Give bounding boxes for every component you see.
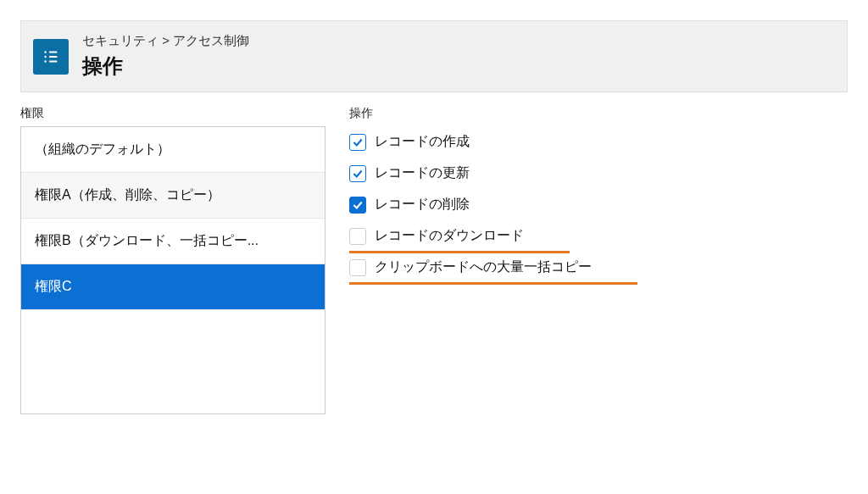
operation-label: クリップボードへの大量一括コピー (375, 258, 592, 276)
svg-point-0 (44, 51, 46, 53)
permission-item-c[interactable]: 権限C (21, 264, 325, 310)
permission-item-b[interactable]: 権限B（ダウンロード、一括コピー... (21, 219, 325, 264)
checkbox-delete[interactable] (349, 197, 366, 214)
permissions-column: 権限 （組織のデフォルト） 権限A（作成、削除、コピー） 権限B（ダウンロード、… (20, 106, 326, 414)
checkbox-create[interactable] (349, 134, 366, 151)
checkbox-bulkcopy[interactable] (349, 259, 366, 276)
operation-row-create: レコードの作成 (349, 126, 848, 158)
operation-row-update: レコードの更新 (349, 158, 848, 189)
operation-label: レコードの削除 (375, 196, 470, 214)
svg-point-2 (44, 60, 46, 62)
operation-row-download: レコードのダウンロード (349, 220, 848, 252)
checkbox-download[interactable] (349, 228, 366, 245)
checkbox-update[interactable] (349, 165, 366, 182)
permission-item-default[interactable]: （組織のデフォルト） (21, 127, 325, 173)
operation-label: レコードのダウンロード (375, 227, 524, 245)
svg-point-1 (44, 55, 46, 57)
operation-row-bulkcopy: クリップボードへの大量一括コピー (349, 252, 848, 283)
list-icon (33, 39, 69, 75)
operations-column: 操作 レコードの作成 レコードの更新 レコードの削除 レコードのダウンロード (349, 106, 848, 283)
page-header: セキュリティ > アクセス制御 操作 (20, 20, 848, 92)
permissions-label: 権限 (20, 106, 326, 121)
operation-label: レコードの更新 (375, 164, 470, 182)
breadcrumb: セキュリティ > アクセス制御 (82, 33, 249, 49)
content: 権限 （組織のデフォルト） 権限A（作成、削除、コピー） 権限B（ダウンロード、… (0, 92, 868, 428)
operations-label: 操作 (349, 106, 848, 121)
operation-label: レコードの作成 (375, 133, 470, 151)
permissions-list: （組織のデフォルト） 権限A（作成、削除、コピー） 権限B（ダウンロード、一括コ… (20, 126, 326, 414)
permission-item-a[interactable]: 権限A（作成、削除、コピー） (21, 173, 325, 219)
page-title: 操作 (82, 53, 249, 80)
highlight-underline (349, 282, 637, 285)
operation-row-delete: レコードの削除 (349, 189, 848, 220)
